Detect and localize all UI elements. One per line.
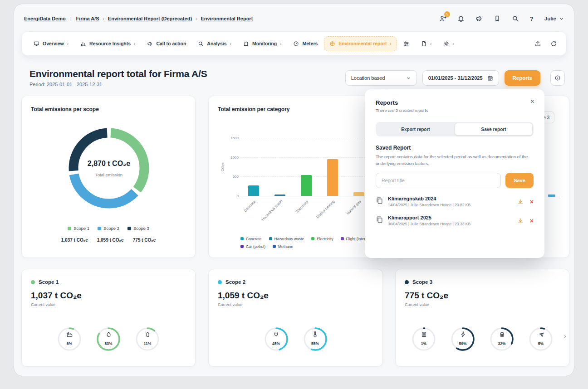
modal-subtitle: There are 2 created reports [376, 108, 534, 113]
close-icon[interactable]: × [530, 97, 534, 106]
select-value: Location based [351, 75, 385, 81]
nav-item-overview[interactable]: Overview› [28, 36, 74, 51]
nav-item-settings[interactable]: › [438, 36, 459, 51]
nav-label: Overview [43, 41, 64, 46]
saved-report-row[interactable]: Klimarapport 2025 30/04/2025 | Julie Str… [376, 215, 534, 226]
export-button[interactable] [534, 40, 541, 47]
nav-item-monitoring[interactable]: Monitoring› [238, 36, 287, 51]
report-title-input[interactable] [376, 173, 501, 188]
y-axis-label: t CO₂e [220, 163, 225, 174]
nav-item-analysis[interactable]: Analysis› [192, 36, 237, 51]
tab-save-report[interactable]: Save report [455, 123, 533, 136]
period-label: Period: 2025-01-01 - 2025-12-31 [29, 82, 207, 87]
scope2-subtitle: Current value [209, 301, 382, 307]
y-tick-label: 0 [227, 194, 239, 198]
chevron-right-icon: › [196, 16, 197, 21]
search-button[interactable] [512, 15, 519, 22]
delete-icon[interactable]: × [530, 218, 534, 224]
gauge-percentage: 55% [303, 341, 328, 346]
notifications-button[interactable] [457, 15, 465, 22]
info-button[interactable] [550, 70, 565, 86]
scope3-value: 775 t CO₂e [396, 285, 569, 301]
nav-item-documents[interactable]: › [416, 36, 437, 51]
next-gauges-button[interactable]: › [564, 332, 566, 340]
x-tick-label: Natural gas [340, 199, 362, 222]
document-icon [421, 41, 427, 47]
breadcrumb-item-current[interactable]: Environmental Report [201, 16, 253, 21]
nav-item-resource-insights[interactable]: Resource Insights› [75, 36, 141, 51]
breadcrumb-item-deprecated[interactable]: Environmental Report (Deprecated) [108, 16, 192, 21]
bookmark-button[interactable] [494, 15, 501, 22]
overview-icon [34, 41, 39, 47]
bar-district-heating [327, 159, 338, 196]
save-button[interactable]: Save [505, 173, 534, 188]
tab-export-report[interactable]: Export report [377, 123, 455, 136]
thermometer-icon [303, 331, 328, 338]
user-menu[interactable]: Julie [544, 16, 564, 21]
chevron-down-icon [406, 76, 411, 81]
gauge-percentage: 5% [528, 341, 554, 346]
report-file-name: Klimarapport 2025 [388, 215, 470, 220]
legend-item: Scope 3 [127, 226, 149, 231]
globe-icon [329, 41, 335, 47]
card-title: Total emissions per scope [22, 96, 195, 112]
gauge-percentage: 83% [96, 341, 121, 346]
date-range-value: 01/01/2025 - 31/12/2025 [428, 75, 483, 81]
gauge-percentage: 11% [135, 341, 160, 346]
nav-item-environmental-report[interactable]: Environmental report› [324, 36, 397, 51]
scope-legend: Scope 1Scope 2Scope 3 [22, 226, 195, 231]
lightning-icon [450, 331, 475, 338]
reports-button[interactable]: Reports [505, 70, 540, 86]
report-file-meta: 30/04/2025 | Julie Strandesen Hooge | 23… [388, 222, 470, 226]
emission-per-category-card: Total emission per category t CO₂e 05001… [208, 96, 383, 258]
breadcrumb-app[interactable]: EnergiData Demo [24, 16, 66, 21]
date-range-picker[interactable]: 01/01/2025 - 31/12/2025 [422, 70, 499, 86]
gauge-percentage: 6% [57, 341, 82, 346]
donut-center: 2,870 t CO₂e Total emission [66, 125, 152, 211]
scope-donut-chart: 2,870 t CO₂e Total emission [66, 125, 152, 211]
download-icon[interactable] [517, 199, 524, 205]
help-button[interactable]: ? [530, 15, 534, 22]
scope2-card: Scope 2 1,059 t CO₂e Current value 45%55… [208, 269, 383, 367]
x-tick-label: Hazardous waste [261, 199, 283, 222]
saved-report-row[interactable]: Klimaregnskab 2024 14/04/2025 | Julie St… [376, 196, 534, 207]
meter-icon [293, 41, 299, 47]
chevron-right-icon: › [452, 41, 454, 46]
nav-label: Call to action [156, 41, 186, 46]
page-heading: Environmental report total for Firma A/S… [29, 68, 207, 87]
user-add-button[interactable]: 1 [439, 15, 446, 22]
x-tick-label: District heating [314, 199, 336, 222]
nav-item-meters[interactable]: Meters [288, 36, 323, 51]
legend-item: Scope 1 [68, 226, 89, 231]
total-emission-value: 2,870 t CO₂e [88, 160, 130, 168]
y-tick-label: 1000 [227, 156, 239, 160]
delete-icon[interactable]: × [530, 199, 534, 205]
nav-item-call-to-action[interactable]: Call to action [142, 36, 191, 51]
page-title: Environmental report total for Firma A/S [29, 68, 207, 79]
nav-label: Environmental report [338, 41, 387, 46]
scope1-header: Scope 1 [22, 269, 195, 285]
scope3-card: Scope 3 775 t CO₂e Current value 1%59%32… [395, 269, 569, 367]
trash-icon [489, 331, 514, 338]
gridline [240, 157, 372, 158]
app-window: EnergiData Demo | Firma A/S › Environmen… [14, 4, 574, 376]
refresh-button[interactable] [550, 40, 557, 47]
gauge-plug: 45% [264, 326, 289, 352]
bookmark-icon [494, 15, 501, 22]
gauge-percentage: 45% [264, 341, 289, 346]
chevron-right-icon: › [280, 41, 281, 46]
scope3-label: Scope 3 [412, 279, 432, 285]
breadcrumb-pipe: | [70, 16, 72, 21]
breadcrumb-item-company[interactable]: Firma A/S [76, 16, 99, 21]
scope3-subtitle: Current value [396, 301, 569, 307]
refresh-icon [550, 40, 557, 47]
scope2-value: 1,059 t CO₂e [209, 285, 382, 301]
saved-report-title: Saved Report [376, 145, 534, 151]
nav-item-sliders[interactable] [398, 36, 415, 51]
scope2-header: Scope 2 [209, 269, 382, 285]
location-based-select[interactable]: Location based [345, 70, 417, 86]
report-tabs: Export report Save report [376, 122, 534, 136]
announcements-button[interactable] [475, 15, 483, 22]
download-icon[interactable] [517, 218, 524, 224]
legend-item: Concrete [240, 237, 262, 241]
